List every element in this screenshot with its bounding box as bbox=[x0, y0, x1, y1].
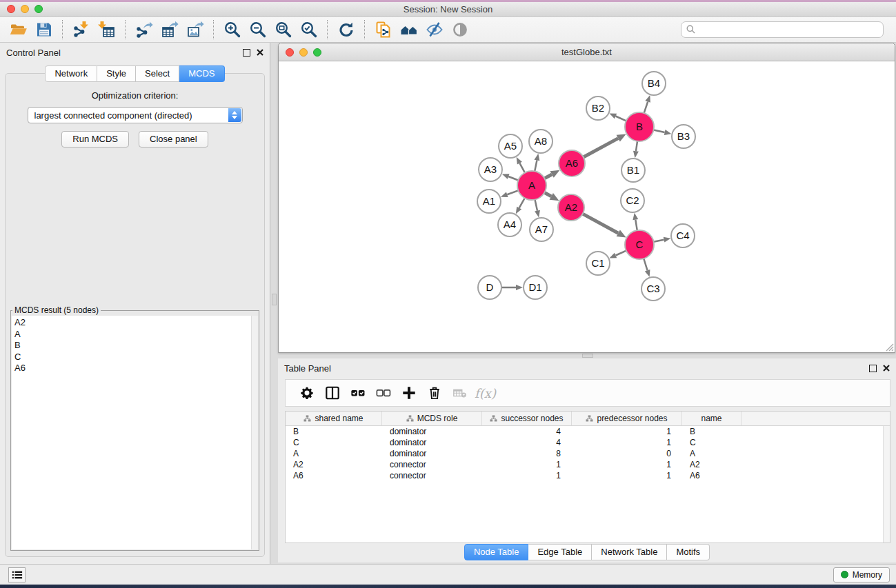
graph-edge-A-A4[interactable] bbox=[519, 198, 525, 207]
graph-edge-A-A5[interactable] bbox=[519, 163, 525, 173]
close-panel-button[interactable]: Close panel bbox=[139, 131, 208, 148]
graph-node-D1[interactable]: D1 bbox=[524, 276, 547, 299]
graph-edge-A-A6[interactable] bbox=[544, 174, 552, 179]
graph-node-C3[interactable]: C3 bbox=[641, 277, 665, 301]
node-table[interactable]: shared name MCDS role successor nodes pr… bbox=[285, 411, 890, 543]
graph-edge-A-A1[interactable] bbox=[507, 190, 518, 194]
column-header-successor-nodes[interactable]: successor nodes bbox=[482, 412, 572, 425]
refresh-layout-button[interactable] bbox=[333, 19, 359, 41]
first-neighbors-button[interactable] bbox=[396, 19, 421, 41]
zoom-out-button[interactable] bbox=[245, 19, 270, 41]
mcds-result-item[interactable]: A2 bbox=[14, 317, 258, 329]
graph-edge-B-B4[interactable] bbox=[644, 102, 648, 114]
table-row[interactable]: Cdominator41C bbox=[286, 437, 890, 448]
tab-node-table[interactable]: Node Table bbox=[464, 544, 529, 560]
tab-motifs[interactable]: Motifs bbox=[667, 544, 710, 560]
graph-edge-C-C1[interactable] bbox=[616, 251, 626, 256]
tab-mcds[interactable]: MCDS bbox=[179, 65, 224, 82]
graph-edge-B-B3[interactable] bbox=[654, 130, 665, 132]
mcds-result-item[interactable]: A6 bbox=[14, 363, 258, 374]
column-header-mcds-role[interactable]: MCDS role bbox=[382, 412, 482, 425]
graph-node-A1[interactable]: A1 bbox=[477, 190, 501, 213]
criterion-dropdown[interactable]: largest connected component (directed) bbox=[28, 107, 243, 123]
select-all-button[interactable] bbox=[345, 383, 370, 403]
horizontal-splitter-handle[interactable] bbox=[582, 354, 593, 358]
result-list-scrollbar[interactable] bbox=[251, 316, 258, 549]
graph-node-C1[interactable]: C1 bbox=[586, 252, 610, 275]
open-session-button[interactable] bbox=[6, 19, 31, 41]
graph-edge-B-B1[interactable] bbox=[636, 141, 637, 151]
table-row[interactable]: A2connector11A2 bbox=[286, 459, 890, 470]
table-scrollbar[interactable] bbox=[883, 426, 890, 543]
search-input[interactable] bbox=[699, 25, 878, 34]
graph-edge-A-A8[interactable] bbox=[535, 160, 537, 171]
network-window-titlebar[interactable]: testGlobe.txt bbox=[279, 43, 895, 61]
add-column-button[interactable] bbox=[396, 383, 421, 403]
graph-node-A8[interactable]: A8 bbox=[529, 130, 552, 153]
graph-edge-C-C4[interactable] bbox=[654, 240, 664, 242]
import-table-button[interactable] bbox=[94, 19, 119, 41]
graph-edge-C-C3[interactable] bbox=[644, 258, 647, 270]
table-row[interactable]: A6connector11A6 bbox=[286, 470, 890, 481]
close-table-panel-icon[interactable] bbox=[883, 365, 890, 372]
save-session-button[interactable] bbox=[31, 19, 57, 41]
graph-edge-A-A2[interactable] bbox=[544, 192, 551, 196]
column-header-predecessor-nodes[interactable]: predecessor nodes bbox=[572, 412, 682, 425]
zoom-fit-button[interactable] bbox=[270, 19, 296, 41]
graph-edge-A-A7[interactable] bbox=[535, 200, 537, 211]
tab-select[interactable]: Select bbox=[136, 65, 179, 82]
tab-network[interactable]: Network bbox=[45, 65, 97, 82]
table-row[interactable]: Bdominator41B bbox=[286, 426, 890, 437]
graph-node-A6[interactable]: A6 bbox=[559, 150, 585, 176]
graph-edge-A6-B[interactable] bbox=[584, 139, 619, 157]
graph-node-B4[interactable]: B4 bbox=[642, 72, 666, 95]
close-panel-icon[interactable] bbox=[257, 49, 263, 56]
column-header-shared-name[interactable]: shared name bbox=[286, 412, 382, 425]
mcds-result-item[interactable]: C bbox=[14, 352, 258, 363]
graph-node-C4[interactable]: C4 bbox=[671, 224, 695, 247]
float-panel-icon[interactable] bbox=[243, 49, 250, 57]
table-options-button[interactable] bbox=[294, 383, 319, 403]
column-header-name[interactable]: name bbox=[682, 412, 741, 425]
resize-grip-icon[interactable] bbox=[884, 342, 894, 352]
delete-column-button[interactable] bbox=[421, 383, 447, 403]
export-image-button[interactable] bbox=[182, 19, 208, 41]
graph-node-C[interactable]: C bbox=[625, 230, 654, 259]
hide-selected-button[interactable] bbox=[421, 19, 447, 41]
clone-network-button[interactable] bbox=[370, 19, 396, 41]
mcds-result-item[interactable]: B bbox=[14, 340, 258, 352]
tab-edge-table[interactable]: Edge Table bbox=[528, 544, 592, 560]
graph-edge-C-C2[interactable] bbox=[635, 220, 637, 231]
search-box[interactable] bbox=[681, 21, 884, 38]
show-all-button[interactable] bbox=[447, 19, 472, 41]
graph-node-B1[interactable]: B1 bbox=[621, 159, 645, 182]
graph-node-A4[interactable]: A4 bbox=[498, 213, 521, 236]
tab-style[interactable]: Style bbox=[97, 65, 136, 82]
network-canvas[interactable]: B4B2BB3B1A5A8A6A3AA1A2C2A4A7C4CC1C3DD1 bbox=[279, 61, 895, 352]
graph-node-A5[interactable]: A5 bbox=[499, 134, 522, 158]
import-network-button[interactable] bbox=[68, 19, 94, 41]
zoom-selected-button[interactable] bbox=[296, 19, 321, 41]
graph-node-B3[interactable]: B3 bbox=[672, 125, 695, 148]
memory-button[interactable]: Memory bbox=[833, 567, 890, 582]
graph-node-B[interactable]: B bbox=[625, 112, 654, 141]
mcds-result-list[interactable]: A2ABCA6 bbox=[12, 316, 258, 549]
graph-node-A3[interactable]: A3 bbox=[479, 158, 502, 181]
zoom-in-button[interactable] bbox=[219, 19, 245, 41]
table-row[interactable]: Adominator80A bbox=[286, 448, 890, 459]
run-mcds-button[interactable]: Run MCDS bbox=[61, 131, 129, 148]
graph-node-A2[interactable]: A2 bbox=[558, 194, 584, 221]
graph-node-A7[interactable]: A7 bbox=[530, 218, 553, 241]
deselect-all-button[interactable] bbox=[370, 383, 396, 403]
graph-edge-A-A3[interactable] bbox=[508, 176, 518, 180]
graph-edge-A2-C[interactable] bbox=[583, 214, 619, 233]
graph-node-A[interactable]: A bbox=[517, 171, 546, 200]
mcds-result-item[interactable]: A bbox=[14, 329, 258, 341]
tab-network-table[interactable]: Network Table bbox=[592, 544, 667, 560]
graph-node-B2[interactable]: B2 bbox=[586, 97, 610, 120]
export-table-button[interactable] bbox=[157, 19, 182, 41]
graph-node-D[interactable]: D bbox=[478, 276, 501, 299]
graph-edge-B-B2[interactable] bbox=[616, 116, 626, 121]
task-history-button[interactable] bbox=[8, 567, 26, 582]
vertical-splitter-handle[interactable] bbox=[272, 294, 277, 305]
